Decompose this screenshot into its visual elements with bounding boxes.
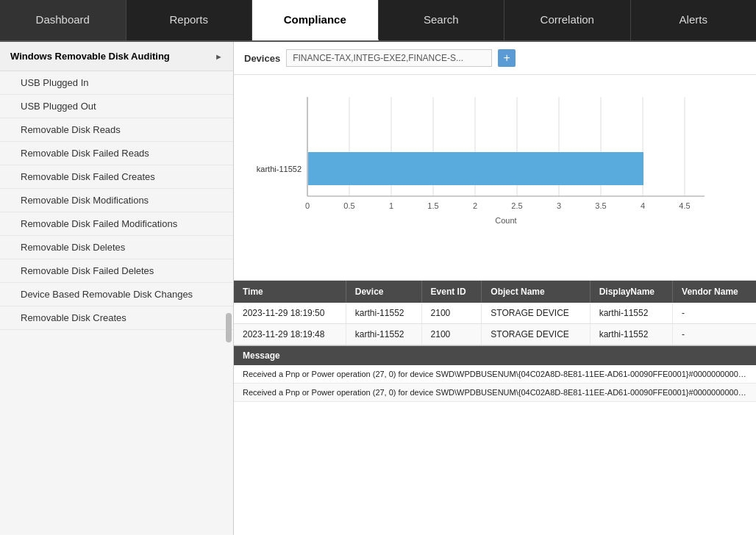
col-display-name: DisplayName	[590, 281, 672, 303]
svg-text:0: 0	[305, 201, 310, 210]
x-axis-title: Count	[495, 216, 516, 225]
results-table: Time Device Event ID Object Name Display…	[234, 281, 756, 345]
sidebar-item-usb-plugged-out[interactable]: USB Plugged Out	[0, 95, 233, 118]
content-area: Devices +	[234, 42, 756, 535]
table-cell-1: karthi-11552	[346, 324, 421, 345]
message-rows: Received a Pnp or Power operation (27, 0…	[234, 365, 756, 402]
table-cell-1: karthi-11552	[346, 303, 421, 324]
scroll-indicator	[226, 313, 232, 342]
svg-text:4: 4	[641, 201, 645, 210]
table-cell-2: 2100	[421, 303, 482, 324]
chart-container: karthi-11552 0 0.5 1 1.5 2 2.5 3 3.5 4 4…	[234, 75, 756, 281]
devices-label: Devices	[244, 53, 280, 64]
sidebar-item-usb-plugged-in[interactable]: USB Plugged In	[0, 71, 233, 95]
devices-input[interactable]	[286, 49, 492, 67]
main-layout: Windows Removable Disk Auditing ► USB Pl…	[0, 42, 756, 535]
sidebar-item-removable-disk-failed-modifications[interactable]: Removable Disk Failed Modifications	[0, 212, 233, 236]
sidebar-item-removable-disk-failed-reads[interactable]: Removable Disk Failed Reads	[0, 142, 233, 165]
nav-correlation[interactable]: Correlation	[504, 0, 631, 40]
table-cell-2: 2100	[421, 324, 482, 345]
nav-dashboard[interactable]: Dashboard	[0, 0, 126, 40]
table-cell-3: STORAGE DEVICE	[482, 303, 590, 324]
table-cell-0: 2023-11-29 18:19:48	[234, 324, 346, 345]
svg-text:2: 2	[473, 201, 477, 210]
table-cell-5: -	[673, 303, 756, 324]
nav-compliance[interactable]: Compliance	[252, 0, 379, 40]
device-filter-bar: Devices +	[234, 42, 756, 75]
svg-text:0.5: 0.5	[343, 201, 354, 210]
svg-text:3.5: 3.5	[595, 201, 606, 210]
y-axis-label: karthi-11552	[257, 165, 302, 173]
table-cell-0: 2023-11-29 18:19:50	[234, 303, 346, 324]
table-cell-4: karthi-11552	[590, 324, 672, 345]
col-vendor-name: Vendor Name	[673, 281, 756, 303]
svg-text:2.5: 2.5	[511, 201, 522, 210]
svg-text:1: 1	[389, 201, 393, 210]
sidebar-item-removable-disk-failed-creates[interactable]: Removable Disk Failed Creates	[0, 165, 233, 189]
message-section: Message Received a Pnp or Power operatio…	[234, 345, 756, 402]
table-row[interactable]: 2023-11-29 18:19:50karthi-115522100STORA…	[234, 303, 756, 324]
message-header: Message	[234, 346, 756, 365]
message-row: Received a Pnp or Power operation (27, 0…	[234, 365, 756, 384]
svg-text:4.5: 4.5	[679, 201, 690, 210]
nav-alerts[interactable]: Alerts	[631, 0, 757, 40]
sidebar-header-label: Windows Removable Disk Auditing	[10, 51, 170, 62]
message-row: Received a Pnp or Power operation (27, 0…	[234, 384, 756, 402]
bar-karthi-11552	[308, 152, 643, 185]
table-cell-4: karthi-11552	[590, 303, 672, 324]
sidebar-item-removable-disk-creates[interactable]: Removable Disk Creates	[0, 306, 233, 330]
results-section: Time Device Event ID Object Name Display…	[234, 281, 756, 535]
top-navigation: Dashboard Reports Compliance Search Corr…	[0, 0, 756, 42]
svg-text:1.5: 1.5	[427, 201, 438, 210]
nav-search[interactable]: Search	[379, 0, 505, 40]
table-row[interactable]: 2023-11-29 18:19:48karthi-115522100STORA…	[234, 324, 756, 345]
table-cell-5: -	[673, 324, 756, 345]
col-time: Time	[234, 281, 346, 303]
bar-chart: karthi-11552 0 0.5 1 1.5 2 2.5 3 3.5 4 4…	[241, 82, 741, 229]
table-cell-3: STORAGE DEVICE	[482, 324, 590, 345]
sidebar-item-removable-disk-failed-deletes[interactable]: Removable Disk Failed Deletes	[0, 259, 233, 283]
sidebar: Windows Removable Disk Auditing ► USB Pl…	[0, 42, 234, 535]
add-device-button[interactable]: +	[498, 49, 516, 67]
sidebar-item-removable-disk-modifications[interactable]: Removable Disk Modifications	[0, 189, 233, 212]
svg-text:3: 3	[557, 201, 561, 210]
sidebar-header[interactable]: Windows Removable Disk Auditing ►	[0, 42, 233, 71]
col-device: Device	[346, 281, 421, 303]
nav-reports[interactable]: Reports	[126, 0, 253, 40]
chevron-right-icon: ►	[215, 52, 223, 61]
sidebar-item-removable-disk-reads[interactable]: Removable Disk Reads	[0, 118, 233, 142]
sidebar-item-device-based-removable-disk-changes[interactable]: Device Based Removable Disk Changes	[0, 283, 233, 306]
col-event-id: Event ID	[421, 281, 482, 303]
sidebar-item-removable-disk-deletes[interactable]: Removable Disk Deletes	[0, 236, 233, 259]
col-object-name: Object Name	[482, 281, 590, 303]
